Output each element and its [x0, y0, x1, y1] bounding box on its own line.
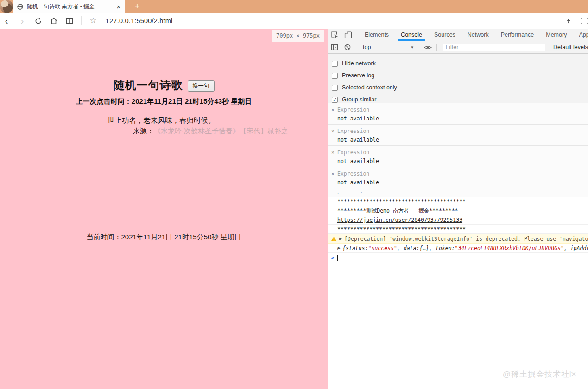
extension-icon[interactable] [581, 18, 588, 24]
console-prompt[interactable]: > [328, 253, 588, 263]
back-icon[interactable]: ‹ [1, 16, 12, 26]
toolbar-right [561, 17, 588, 25]
checkbox[interactable] [332, 85, 338, 91]
live-expression[interactable]: ×Expression [328, 188, 588, 194]
live-expression[interactable]: ×Expression not available [328, 146, 588, 167]
globe-icon [17, 3, 24, 10]
remove-expression-icon[interactable]: × [331, 128, 337, 134]
juejin-watermark: @稀土掘金技术社区 [503, 369, 578, 380]
tab-performance[interactable]: Performance [498, 29, 537, 41]
browser-tab[interactable]: 随机一句诗歌 南方者 - 掘金 × [13, 0, 125, 13]
current-time: 当前时间：2021年11月21日 21时15分50秒 星期日 [0, 233, 328, 242]
live-expressions: ×Expression not available ×Expression no… [328, 103, 588, 197]
console-log: https://juejin.cn/user/2840793779295133 [328, 215, 588, 225]
setting-preserve-log[interactable]: Preserve log [332, 69, 588, 82]
checkbox[interactable] [332, 73, 338, 79]
console-log: **************************************** [328, 225, 588, 234]
browser-toolbar: ‹ › ☆ 127.0.0.1:5500/2.html [0, 13, 588, 29]
checkbox[interactable] [332, 61, 338, 67]
forward-icon[interactable]: › [17, 16, 27, 26]
toolbar-divider [81, 16, 82, 25]
poem-text: 世上功名，老来风味，春归时候。 [107, 116, 215, 125]
prompt-chevron-icon: > [331, 255, 334, 261]
device-toolbar-icon[interactable] [341, 31, 355, 39]
lightning-icon[interactable] [563, 17, 574, 25]
text-cursor [337, 255, 338, 261]
tab-application[interactable]: Application [576, 29, 588, 41]
console-toolbar: top ▼ Default levels [328, 41, 588, 54]
browser-window: 随机一句诗歌 南方者 - 掘金 × + ‹ › ☆ 127.0.0.1:5 [0, 0, 588, 389]
remove-expression-icon[interactable]: × [331, 192, 337, 195]
new-tab-button[interactable]: + [132, 1, 143, 12]
context-selector[interactable]: top ▼ [358, 44, 417, 50]
page-title: 随机一句诗歌 [114, 78, 183, 93]
tab-sources[interactable]: Sources [431, 29, 458, 41]
filter-input[interactable] [443, 43, 546, 52]
setting-hide-network[interactable]: Hide network [332, 57, 588, 69]
toolbar-divider [356, 44, 356, 51]
tab-network[interactable]: Network [465, 29, 492, 41]
console-log: **************************************** [328, 197, 588, 206]
page-content: 709px × 975px 随机一句诗歌 换一句 上一次点击时间：2021年11… [0, 29, 328, 389]
remove-expression-icon[interactable]: × [331, 107, 337, 113]
toolbar-divider [436, 44, 437, 51]
tab-console[interactable]: Console [398, 29, 425, 41]
toolbar-divider [419, 44, 419, 51]
chevron-down-icon: ▼ [411, 45, 414, 50]
change-poem-button[interactable]: 换一句 [188, 80, 215, 92]
console-warning: ▶ [Deprecation] 'window.webkitStorageInf… [328, 234, 588, 244]
expand-arrow-icon[interactable]: ▶ [337, 245, 340, 252]
checkbox-checked[interactable]: ✓ [332, 97, 338, 103]
console-object: ▶ {status: "success", data: {…}, token: … [328, 244, 588, 253]
console-sidebar-icon[interactable] [328, 44, 341, 51]
refresh-icon[interactable] [33, 17, 43, 25]
setting-selected-context-only[interactable]: Selected context only [332, 82, 588, 94]
last-click-time: 上一次点击时间：2021年11月21日 21时15分43秒 星期日 [0, 97, 328, 106]
live-expression[interactable]: ×Expression not available [328, 103, 588, 125]
live-expression[interactable]: ×Expression not available [328, 167, 588, 188]
source-label: 来源： [133, 127, 154, 135]
console-log: *********测试Demo 南方者 - 掘金********* [328, 206, 588, 215]
context-label: top [363, 44, 371, 50]
address-bar[interactable]: 127.0.0.1:5500/2.html [106, 17, 561, 25]
tab-strip: 随机一句诗歌 南方者 - 掘金 × + [0, 0, 588, 13]
warning-icon [331, 236, 337, 242]
title-row: 随机一句诗歌 换一句 [0, 78, 328, 93]
bookmark-star-icon[interactable]: ☆ [88, 16, 98, 26]
warning-text: [Deprecation] 'window.webkitStorageInfo'… [344, 235, 588, 243]
log-levels-dropdown[interactable]: Default levels [553, 44, 588, 50]
tab-memory[interactable]: Memory [543, 29, 569, 41]
tab-title: 随机一句诗歌 南方者 - 掘金 [27, 3, 115, 11]
tab-close-icon[interactable]: × [115, 3, 121, 10]
console-settings: Hide network Preserve log Selected conte… [328, 54, 588, 103]
poem-source: 来源：《水龙吟·次歆林圣予惜春》【宋代】晁补之 [133, 127, 288, 136]
clear-console-icon[interactable] [341, 44, 354, 51]
reading-list-icon[interactable] [64, 17, 75, 25]
devtools-panel: Elements Console Sources Network Perform… [328, 29, 588, 389]
profile-avatar[interactable] [0, 0, 13, 13]
console-messages: ****************************************… [328, 197, 588, 263]
viewport-size-tooltip: 709px × 975px [272, 30, 324, 42]
home-icon[interactable] [49, 17, 59, 25]
tab-elements[interactable]: Elements [362, 29, 392, 41]
devtools-tabbar: Elements Console Sources Network Perform… [328, 29, 588, 41]
expand-arrow-icon[interactable]: ▶ [339, 235, 342, 243]
live-expression[interactable]: ×Expression not available [328, 125, 588, 146]
source-title: 《水龙吟·次歆林圣予惜春》【宋代】晁补之 [154, 127, 288, 135]
live-expression-eye-icon[interactable] [421, 44, 435, 51]
console-link[interactable]: https://juejin.cn/user/2840793779295133 [337, 217, 462, 223]
inspect-element-icon[interactable] [328, 31, 341, 39]
remove-expression-icon[interactable]: × [331, 150, 337, 155]
remove-expression-icon[interactable]: × [331, 171, 337, 176]
